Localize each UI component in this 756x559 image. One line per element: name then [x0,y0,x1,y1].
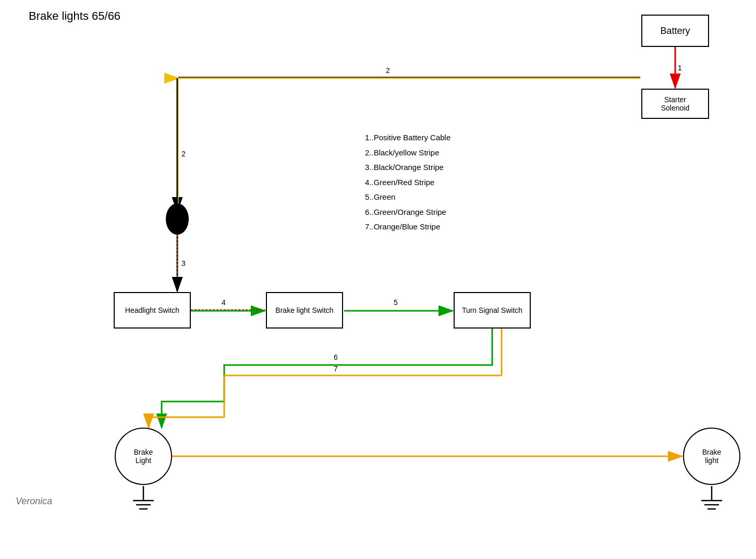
legend-item-2: 2..Black/yellow Stripe [365,145,450,161]
label-2-left: 2 [181,150,186,158]
legend-item-4: 4..Green/Red Stripe [365,175,450,190]
brakelight-switch-label: Brake light Switch [275,306,333,314]
legend-item-1: 1..Positive Battery Cable [365,130,450,145]
label-3: 3 [181,259,186,268]
brake-light-left-label: BrakeLight [134,448,153,465]
headlight-switch-box: Headlight Switch [114,292,191,329]
label-2-top: 2 [386,66,390,75]
brake-light-right-circle: Brakelight [683,428,740,485]
label-6: 6 [334,353,338,361]
turn-signal-switch-box: Turn Signal Switch [454,292,531,329]
signature: Veronica [16,496,52,507]
legend-item-7: 7..Orange/Blue Stripe [365,220,450,235]
battery-box: Battery [641,15,709,47]
starter-solenoid-box: StarterSolenoid [641,89,709,119]
label-5: 5 [394,298,398,307]
legend-item-5: 5..Green [365,190,450,205]
turn-signal-label: Turn Signal Switch [462,306,522,314]
label-1: 1 [678,64,682,72]
starter-label: StarterSolenoid [661,95,690,112]
label-4: 4 [222,298,226,307]
battery-label: Battery [660,26,690,37]
brake-light-left-circle: BrakeLight [115,428,172,485]
legend-item-6: 6..Green/Orange Stripe [365,205,450,220]
brakelight-switch-box: Brake light Switch [266,292,343,329]
wire-6-green [162,329,492,428]
label-7: 7 [334,364,338,373]
headlight-switch-label: Headlight Switch [125,306,179,314]
wiring-diagram: 1 2 2 3 4 5 6 7 [0,0,756,559]
legend-item-3: 3..Black/Orange Stripe [365,160,450,175]
brake-light-right-label: Brakelight [702,448,722,465]
legend: 1..Positive Battery Cable 2..Black/yello… [365,130,450,235]
junction-node [166,203,189,235]
